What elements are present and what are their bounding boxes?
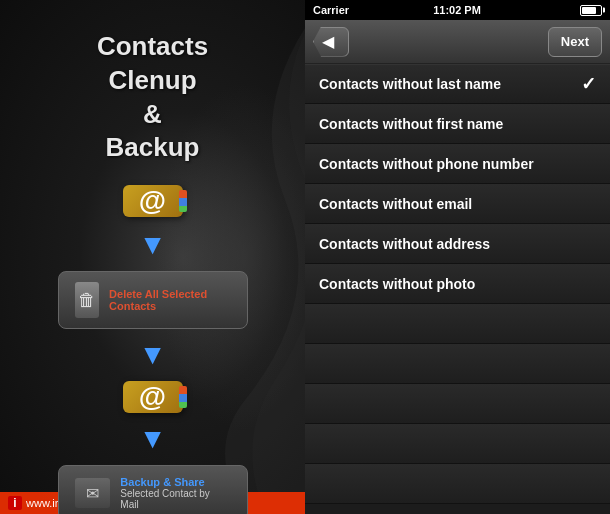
battery-icon [580,5,602,16]
at-icon-top: @ [123,185,183,217]
list-item[interactable]: Contacts without first name [305,104,610,144]
backup-btn-text: Backup & Share Selected Contact by Mail [120,476,230,510]
arrow-down-bottom2: ▼ [139,423,167,455]
delete-label: Delete All Selected Contacts [109,288,230,312]
list-spacer [305,384,610,424]
list-item[interactable]: Contacts without email [305,184,610,224]
at-symbol-top: @ [139,185,166,217]
next-button[interactable]: Next [548,27,602,57]
list-item-label: Contacts without last name [319,76,501,92]
arrow-down-top: ▼ [139,229,167,261]
list-item[interactable]: Contacts without last name ✓ [305,64,610,104]
app-title: Contacts Clenup & Backup [97,30,208,165]
list-spacer [305,304,610,344]
at-icon-bottom: @ [123,381,183,413]
delete-all-button[interactable]: Delete All Selected Contacts [58,271,248,329]
delete-btn-text: Delete All Selected Contacts [109,288,230,312]
time-label: 11:02 PM [433,4,481,16]
list-spacer [305,424,610,464]
list-item-label: Contacts without phone number [319,156,534,172]
battery-fill [582,7,596,14]
list-item-label: Contacts without email [319,196,472,212]
carrier-label: Carrier [313,4,349,16]
list-item[interactable]: Contacts without photo [305,264,610,304]
list-spacer [305,464,610,504]
status-bar: Carrier 11:02 PM [305,0,610,20]
list-spacer [305,344,610,384]
back-button[interactable]: ◀ [313,27,349,57]
contacts-filter-list: Contacts without last name ✓ Contacts wi… [305,64,610,514]
list-item[interactable]: Contacts without phone number [305,144,610,184]
at-symbol-bottom: @ [139,381,166,413]
backup-icon: ✉ [75,478,111,508]
battery-area [580,5,602,16]
list-item-label: Contacts without photo [319,276,475,292]
info-icon: i [8,496,22,510]
nav-bar: ◀ Next [305,20,610,64]
delete-icon [75,282,100,318]
back-arrow-icon: ◀ [322,32,334,51]
backup-share-button[interactable]: ✉ Backup & Share Selected Contact by Mai… [58,465,248,514]
list-item[interactable]: Contacts without address [305,224,610,264]
list-item-label: Contacts without first name [319,116,503,132]
backup-sublabel: Selected Contact by Mail [120,488,230,510]
backup-label: Backup & Share [120,476,230,488]
right-panel: Carrier 11:02 PM ◀ Next Contacts without… [305,0,610,514]
left-panel: Contacts Clenup & Backup @ ▼ Delete All … [0,0,305,514]
checkmark-icon: ✓ [581,73,596,95]
list-item-label: Contacts without address [319,236,490,252]
arrow-down-bottom: ▼ [139,339,167,371]
